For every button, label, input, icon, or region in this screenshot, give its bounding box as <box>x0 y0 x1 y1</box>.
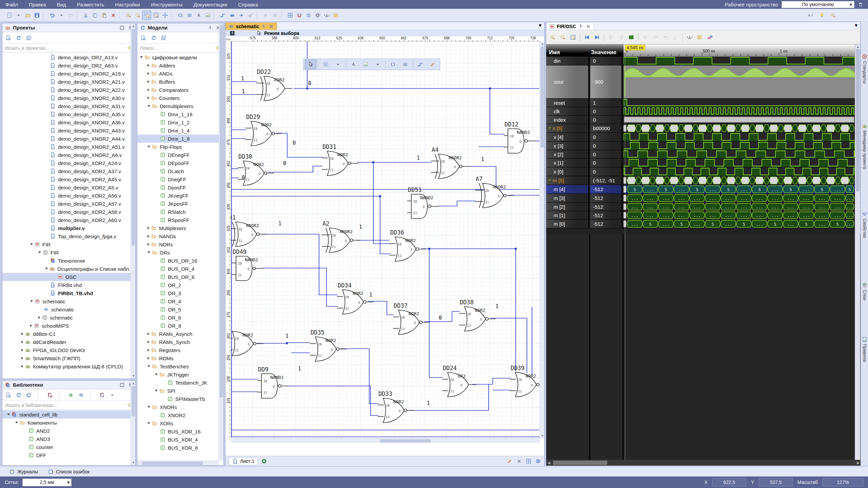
gate-DD49[interactable]: NAND2I0I1ODD49 <box>232 248 263 281</box>
tree-expand-icon[interactable] <box>147 146 150 148</box>
wire[interactable] <box>380 196 390 254</box>
tree-item-Dmx_1_4[interactable]: CDmx_1_4 <box>137 126 219 135</box>
signal-wave[interactable] <box>624 99 855 107</box>
gate-DD51[interactable]: NAND2I0I1ODD51 <box>407 186 438 219</box>
tree-expand-icon[interactable] <box>21 357 23 360</box>
side-tab-Слои[interactable]: Слои <box>861 283 868 301</box>
paste-icon[interactable] <box>99 11 108 20</box>
eraser-icon[interactable] <box>706 33 714 42</box>
projects-search-input[interactable] <box>5 45 127 51</box>
sheet-tab[interactable]: v Лист 1 <box>229 457 258 465</box>
tree-item-demo_design_XOR2_A24.v[interactable]: vdemo_design_XOR2_A24.v <box>2 159 131 167</box>
bottom-tab-Журналы[interactable]: Журналы <box>9 469 38 474</box>
wire[interactable] <box>276 133 322 157</box>
wire[interactable] <box>340 349 378 404</box>
signal-name[interactable]: reset <box>546 99 589 107</box>
menu-Настройки[interactable]: Настройки <box>110 0 145 9</box>
tree-expand-icon[interactable] <box>147 251 150 253</box>
signal-name[interactable]: m [0] <box>546 220 589 228</box>
tree-item-Top_demo_design_fpga.v[interactable]: vTop_demo_design_fpga.v <box>2 232 131 240</box>
tree-item-OR_4[interactable]: COR_4 <box>137 297 219 305</box>
tree-expand-icon[interactable] <box>147 88 150 91</box>
menu-Инструменты[interactable]: Инструменты <box>145 0 188 9</box>
tree-item-Dmx_1_16[interactable]: CDmx_1_16 <box>137 110 219 118</box>
docEye-icon[interactable] <box>141 35 146 41</box>
signal-wave[interactable]: ...5...5...5...5...5...5...5... <box>624 220 855 228</box>
cursor-icon[interactable] <box>305 60 316 69</box>
listB-icon[interactable] <box>78 392 84 398</box>
tree-item-SPIMasterTb[interactable]: CSPIMasterTb <box>137 395 219 403</box>
tree-item-BUS_OR_8[interactable]: CBUS_OR_8 <box>137 273 219 281</box>
tree-item-DEposFF[interactable]: CDEposFF <box>137 159 219 167</box>
tree-item-RSlatch[interactable]: CRSlatch <box>137 208 219 216</box>
zin-icon[interactable] <box>548 33 557 42</box>
image-icon[interactable] <box>360 60 371 69</box>
tree-item-standard_cell_lib[interactable]: standard_cell_lib <box>2 410 131 419</box>
tree-item-demo_design_XOR2_A37.v[interactable]: vdemo_design_XOR2_A37.v <box>2 167 131 175</box>
save-icon[interactable] <box>32 11 41 20</box>
gate-DD39[interactable]: NOR2I0I1ODD39 <box>510 365 540 397</box>
tree-item-schoolMIPS[interactable]: schoolMIPS <box>2 322 131 330</box>
models-hscrollbar[interactable] <box>137 461 219 465</box>
tree-item-Flip-Flops[interactable]: Flip-Flops <box>137 143 219 151</box>
signal-name[interactable]: din <box>546 57 589 65</box>
tree-item-Технология[interactable]: Технология <box>2 257 131 265</box>
gate-A2[interactable]: XNOR2I0I1OA2 <box>322 220 360 252</box>
chevron-down-icon[interactable]: ▾ <box>855 22 860 30</box>
time-cursor[interactable] <box>625 57 625 460</box>
signal-wave[interactable] <box>624 124 855 133</box>
signal-wave[interactable]: ........................................… <box>624 203 855 211</box>
dashrect-icon[interactable] <box>320 60 332 69</box>
signal-row-m [0][interactable]: m [0]-512...5...5...5...5...5...5...5... <box>546 220 861 228</box>
signal-row-reset[interactable]: reset1 <box>546 99 861 107</box>
tree-expand-icon[interactable] <box>147 406 150 408</box>
tree-item-XNOR2[interactable]: CXNOR2 <box>137 411 219 419</box>
tree-item-OR_2[interactable]: COR_2 <box>137 281 219 289</box>
pin-icon[interactable] <box>208 25 213 30</box>
maximize-icon[interactable] <box>119 382 125 388</box>
gate-A4[interactable]: XNOR2I0I1OA4 <box>431 146 470 179</box>
tree-expand-icon[interactable] <box>147 422 150 424</box>
tree-expand-icon[interactable] <box>155 373 158 375</box>
signal-row-m [5][interactable]: m [5](-512, -51 <box>546 176 861 185</box>
close-icon[interactable] <box>586 24 591 29</box>
pin-icon[interactable] <box>208 25 213 30</box>
tree-item-demo_design_XNOR2_A30.v[interactable]: vdemo_design_XNOR2_A30.v <box>2 94 131 102</box>
signal-name[interactable]: x [2] <box>546 150 589 158</box>
signal-name[interactable]: m [3] <box>546 194 589 202</box>
signal-name[interactable]: m [5] <box>546 176 589 185</box>
gate-A7[interactable]: XNOR2I0I1OA7 <box>475 176 514 208</box>
tree-expand-icon[interactable] <box>147 97 150 99</box>
add-sheet-icon[interactable] <box>261 459 267 464</box>
gate-DD34[interactable]: NOR2I0I1ODD34 <box>337 282 374 314</box>
chevd-icon[interactable] <box>57 11 66 20</box>
gate-DD31[interactable]: NOR2I0I1ODD31 <box>322 143 358 176</box>
zfit-icon[interactable] <box>151 11 160 20</box>
close-icon[interactable] <box>516 459 522 464</box>
signal-name[interactable]: x [4] <box>546 133 589 141</box>
zsel-icon[interactable] <box>142 11 151 20</box>
tree-item-demo_design_OR2_A63.v[interactable]: vdemo_design_OR2_A63.v <box>2 61 131 69</box>
redo-icon[interactable] <box>66 11 75 20</box>
models-search-input[interactable] <box>140 45 215 51</box>
wire-icon[interactable] <box>415 60 426 69</box>
tree-item-BUS_XOR_4[interactable]: CBUS_XOR_4 <box>137 435 219 444</box>
tree-item-JKposFF[interactable]: CJKposFF <box>137 200 219 208</box>
dotc-icon[interactable] <box>641 33 650 42</box>
schematic-vscrollbar[interactable]: ▲ ▼ <box>539 41 544 438</box>
gate-DD38[interactable]: NOR2I0I1ODD38 <box>459 299 496 331</box>
bulb-icon[interactable] <box>817 11 826 20</box>
tree-item-Цифровые модели[interactable]: Цифровые модели <box>137 53 219 61</box>
tree-item-counter[interactable]: Ccounter <box>2 443 131 451</box>
doc-icon[interactable] <box>5 11 14 20</box>
signal-name[interactable]: index <box>546 116 589 124</box>
zout-icon[interactable] <box>558 33 567 42</box>
curvr-icon[interactable] <box>661 33 670 42</box>
signal-wave[interactable] <box>624 57 855 65</box>
signal-wave[interactable]: ........................................… <box>624 194 855 202</box>
tree-item-TestBenches[interactable]: TestBenches <box>137 362 219 370</box>
pin-icon[interactable] <box>261 24 267 29</box>
tree-expand-icon[interactable] <box>45 268 48 270</box>
tree-item-ddBox-C1[interactable]: ddBox-C1 <box>2 330 131 338</box>
tree-item-demo_design_XOR2_A57.v[interactable]: vdemo_design_XOR2_A57.v <box>2 200 131 208</box>
